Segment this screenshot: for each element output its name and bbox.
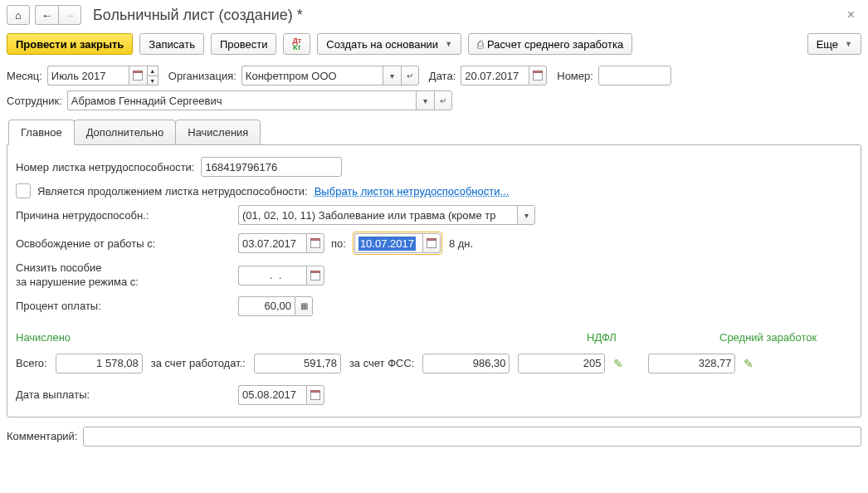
ndfl-input[interactable] [518, 354, 605, 373]
avg-salary-button[interactable]: Расчет среднего заработка [468, 33, 632, 55]
arrow-right-icon: → [64, 9, 75, 22]
close-button[interactable]: × [841, 7, 861, 22]
leave-to-highlight: 10.07.2017 [353, 232, 442, 255]
date-label: Дата: [429, 70, 456, 82]
ndfl-header: НДФЛ [587, 331, 711, 344]
calendar-icon [310, 271, 320, 281]
open-icon: ↵ [407, 71, 413, 81]
leave-from-label: Освобождение от работы с: [16, 237, 232, 250]
calendar-icon [310, 238, 320, 248]
number-label: Номер: [557, 70, 593, 82]
forward-button[interactable]: → [58, 5, 81, 25]
chevron-down-icon: ▾ [423, 96, 427, 105]
reason-input[interactable] [238, 205, 517, 225]
create-based-button[interactable]: Создать на основании▼ [317, 33, 461, 55]
org-open-button[interactable]: ↵ [401, 66, 419, 85]
percent-label: Процент оплаты: [16, 300, 232, 312]
tab-extra[interactable]: Дополнительно [74, 120, 177, 145]
chevron-down-icon: ▼ [845, 40, 852, 48]
home-icon: ⌂ [15, 9, 22, 22]
debit-credit-icon: ДтКт [292, 37, 301, 51]
tab-main[interactable]: Главное [8, 120, 75, 145]
chevron-down-icon: ▾ [524, 211, 529, 220]
month-input[interactable] [47, 66, 129, 85]
calendar-icon [310, 390, 320, 400]
calendar-icon [133, 71, 143, 81]
tab-accruals[interactable]: Начисления [175, 120, 261, 145]
open-icon: ↵ [440, 96, 446, 105]
date-picker-button[interactable] [529, 66, 547, 85]
leave-from-input[interactable] [238, 233, 306, 253]
employee-label: Сотрудник: [7, 95, 62, 107]
submit-close-button[interactable]: Провести и закрыть [7, 33, 133, 55]
save-button[interactable]: Записать [139, 33, 204, 55]
reduce-date-input[interactable] [238, 266, 306, 286]
select-sheet-link[interactable]: Выбрать листок нетрудоспособности... [315, 185, 510, 198]
date-input[interactable] [461, 66, 529, 85]
continuation-label: Является продолжением листка нетрудоспос… [37, 185, 308, 198]
calendar-icon [533, 71, 543, 81]
arrow-left-icon: ← [41, 9, 52, 22]
avg-input[interactable] [648, 354, 735, 373]
fss-label: за счет ФСС: [349, 357, 415, 369]
month-picker-button[interactable] [129, 66, 147, 85]
print-icon [477, 38, 484, 51]
chevron-down-icon: ▼ [445, 40, 452, 48]
percent-input[interactable] [238, 296, 295, 316]
employer-label: за счет работодат.: [151, 357, 246, 369]
payment-date-input[interactable] [238, 385, 306, 405]
comment-label: Комментарий: [7, 430, 78, 442]
post-button[interactable]: Провести [211, 33, 277, 55]
sheet-no-label: Номер листка нетрудоспособности: [16, 161, 194, 173]
reduce-label: Снизить пособие за нарушение режима с: [16, 261, 232, 290]
leave-to-input[interactable]: 10.07.2017 [354, 233, 422, 253]
tab-panel-main: Номер листка нетрудоспособности: Являетс… [7, 144, 861, 417]
payment-date-picker-button[interactable] [306, 385, 324, 405]
comment-input[interactable] [83, 427, 862, 447]
days-text: 8 дн. [449, 237, 473, 250]
back-button[interactable]: ← [35, 5, 58, 25]
reduce-date-picker-button[interactable] [306, 266, 324, 286]
employee-open-button[interactable]: ↵ [434, 90, 452, 110]
fss-input[interactable] [422, 354, 510, 373]
leave-from-picker-button[interactable] [306, 233, 324, 253]
payment-date-label: Дата выплаты: [16, 388, 232, 401]
avg-header: Средний заработок [719, 331, 852, 344]
spin-up-icon: ▲ [147, 66, 158, 76]
more-button[interactable]: Еще▼ [807, 33, 861, 55]
chevron-down-icon: ▾ [390, 71, 394, 81]
page-title: Больничный лист (создание) * [93, 7, 836, 24]
reason-dropdown-button[interactable]: ▾ [517, 205, 535, 225]
employee-input[interactable] [67, 90, 416, 110]
percent-calc-button[interactable]: ▦ [295, 296, 313, 316]
total-label: Всего: [16, 357, 47, 369]
employer-input[interactable] [254, 354, 341, 373]
month-spinner[interactable]: ▲▼ [147, 66, 158, 85]
ndfl-edit-button[interactable]: ✎ [613, 357, 623, 370]
calendar-icon [427, 238, 436, 248]
number-input[interactable] [598, 66, 671, 85]
leave-to-picker-button[interactable] [422, 233, 441, 253]
spin-down-icon: ▼ [147, 76, 158, 85]
org-label: Организация: [168, 70, 237, 82]
continuation-checkbox[interactable] [16, 183, 31, 198]
total-input[interactable] [56, 354, 143, 373]
month-label: Месяц: [7, 70, 42, 82]
employee-dropdown-button[interactable]: ▾ [416, 90, 434, 110]
sheet-no-input[interactable] [201, 157, 342, 177]
home-button[interactable]: ⌂ [7, 5, 30, 25]
org-input[interactable] [241, 66, 383, 85]
reason-label: Причина нетрудоспособн.: [16, 209, 232, 222]
accrued-header: Начислено [16, 331, 99, 344]
dt-kt-button[interactable]: ДтКт [283, 33, 310, 55]
avg-edit-button[interactable]: ✎ [744, 357, 753, 370]
calculator-icon: ▦ [300, 301, 308, 310]
leave-to-label: по: [331, 237, 346, 250]
org-dropdown-button[interactable]: ▾ [383, 66, 401, 85]
